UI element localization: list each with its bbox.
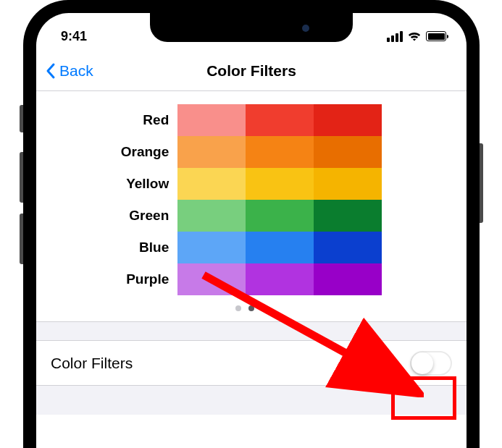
nav-bar: Back Color Filters <box>36 51 467 91</box>
color-swatch <box>177 232 246 263</box>
page-indicator[interactable] <box>36 295 467 314</box>
color-row-label: Blue <box>121 232 170 263</box>
color-row-label: Green <box>121 200 170 232</box>
color-filters-row: Color Filters <box>36 341 467 386</box>
status-time: 9:41 <box>61 29 87 44</box>
notch <box>150 13 353 42</box>
color-row-label: Red <box>121 104 170 136</box>
color-swatch <box>314 200 382 232</box>
status-indicators <box>387 31 446 42</box>
phone-frame: 9:41 Back Color Filters R <box>23 0 480 448</box>
swatch-column <box>246 104 314 295</box>
swatch-column <box>314 104 382 295</box>
color-swatch <box>177 263 246 295</box>
color-row-label: Purple <box>121 263 170 295</box>
page-dot[interactable] <box>262 305 267 311</box>
color-swatch <box>314 168 382 200</box>
color-swatch <box>246 263 314 295</box>
page-title: Color Filters <box>36 62 467 80</box>
color-swatch <box>177 104 246 136</box>
color-swatch <box>177 200 246 232</box>
color-swatch <box>177 136 246 168</box>
page-dot[interactable] <box>248 305 254 311</box>
battery-icon <box>426 31 446 41</box>
color-swatch <box>314 232 382 263</box>
color-filters-toggle[interactable] <box>410 351 452 376</box>
color-swatch <box>246 168 314 200</box>
color-swatch <box>246 136 314 168</box>
color-swatch <box>246 232 314 263</box>
empty-footer <box>36 386 467 415</box>
color-swatch <box>314 104 382 136</box>
wifi-icon <box>407 31 422 42</box>
color-row-label: Orange <box>121 136 170 168</box>
swatch-column <box>177 104 246 295</box>
page-dot[interactable] <box>235 305 241 311</box>
toggle-knob <box>411 352 433 374</box>
color-filters-label: Color Filters <box>51 355 133 372</box>
back-label: Back <box>59 62 93 80</box>
cellular-signal-icon <box>387 31 403 42</box>
section-spacer <box>36 322 467 341</box>
back-button[interactable]: Back <box>36 62 93 80</box>
color-swatch <box>314 263 382 295</box>
color-row-label: Yellow <box>121 168 170 200</box>
color-swatch <box>246 200 314 232</box>
screen: 9:41 Back Color Filters R <box>36 13 467 448</box>
color-swatch <box>177 168 246 200</box>
color-swatch <box>314 136 382 168</box>
color-swatch <box>246 104 314 136</box>
chevron-left-icon <box>45 62 57 80</box>
color-grid: RedOrangeYellowGreenBluePurple <box>36 104 467 295</box>
color-preview-carousel[interactable]: RedOrangeYellowGreenBluePurple <box>36 91 467 322</box>
